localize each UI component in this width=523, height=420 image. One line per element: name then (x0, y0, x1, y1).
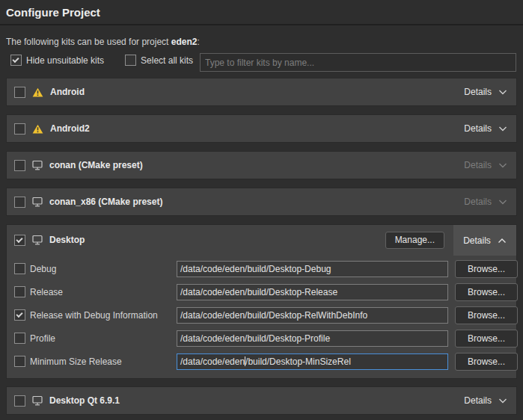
details-button-expanded[interactable]: Details (453, 225, 516, 256)
build-dir-input[interactable]: /data/code/eden/build/Desktop-Release (177, 284, 448, 300)
desktop-icon (32, 160, 43, 170)
chevron-up-icon (498, 237, 507, 244)
build-config-row-minsizerel: Minimum Size Release /data/code/eden/bui… (7, 353, 516, 371)
kit-name: Android2 (50, 123, 90, 134)
hide-unsuitable-checkbox[interactable] (10, 55, 22, 66)
build-config-row-profile: Profile /data/code/eden/build/Desktop-Pr… (7, 330, 516, 348)
desktop-icon (32, 395, 43, 406)
browse-label: Browse... (468, 287, 505, 297)
details-label: Details (463, 235, 491, 246)
browse-label: Browse... (468, 356, 505, 367)
chevron-down-icon (498, 125, 507, 132)
browse-label: Browse... (468, 264, 505, 274)
build-config-checkbox[interactable] (14, 286, 25, 297)
intro-prefix: The following kits can be used for proje… (6, 37, 171, 47)
desktop-icon (32, 197, 43, 207)
build-config-label: Release (30, 287, 63, 297)
build-config-label: Release with Debug Information (30, 310, 158, 321)
chevron-down-icon (498, 397, 507, 404)
details-label: Details (464, 197, 492, 207)
kit-checkbox[interactable] (14, 160, 25, 171)
checkmark-icon (16, 235, 22, 242)
build-dir-path: /data/code/eden/build/Desktop-Release (180, 287, 337, 297)
build-dir-path: /build/Desktop-MinSizeRel (245, 356, 351, 367)
kit-checkbox[interactable] (14, 123, 25, 135)
hide-unsuitable-label: Hide unsuitable kits (26, 55, 104, 66)
build-config-label: Debug (30, 264, 56, 274)
checkmark-icon (16, 311, 22, 318)
warning-icon (32, 124, 43, 134)
kit-checkbox[interactable] (14, 235, 25, 246)
browse-button[interactable]: Browse... (455, 283, 518, 301)
select-all-kits-label: Select all kits (141, 55, 193, 66)
build-config-label: Profile (30, 333, 55, 344)
title-separator (0, 24, 523, 25)
browse-button[interactable]: Browse... (455, 260, 518, 278)
kit-row-android: Android Details (6, 78, 517, 106)
kit-row-android2: Android2 Details (6, 114, 517, 143)
chevron-down-icon (498, 161, 507, 169)
kit-row-desktop: Desktop Manage... (7, 225, 516, 255)
browse-label: Browse... (468, 333, 505, 344)
build-dir-input[interactable]: /data/code/eden/build/Desktop-Debug (177, 261, 448, 277)
details-button-disabled: Details (464, 160, 509, 170)
kit-row-conan: conan (CMake preset) Details (6, 151, 517, 179)
warning-icon (32, 87, 43, 97)
kit-name: conan (CMake preset) (49, 160, 143, 170)
browse-button[interactable]: Browse... (455, 330, 518, 348)
manage-label: Manage... (395, 235, 435, 245)
kit-checkbox[interactable] (14, 395, 25, 407)
browse-label: Browse... (468, 310, 505, 321)
build-config-checkbox[interactable] (14, 263, 25, 274)
intro-text: The following kits can be used for proje… (6, 37, 200, 47)
details-label: Details (464, 395, 492, 406)
kit-row-conan-x86: conan_x86 (CMake preset) Details (6, 188, 517, 216)
build-dir-input[interactable]: /data/code/eden/build/Desktop-Profile (177, 330, 448, 347)
page-title: Configure Project (6, 6, 100, 19)
build-dir-input-focused[interactable]: /data/code/eden/build/Desktop-MinSizeRel (177, 353, 448, 370)
kit-row-desktop-qt: Desktop Qt 6.9.1 Details (6, 386, 517, 415)
select-all-kits-checkbox[interactable] (125, 55, 136, 66)
build-dir-path: /data/code/eden/build/Desktop-Debug (180, 264, 331, 274)
chevron-down-icon (498, 88, 507, 96)
details-button[interactable]: Details (464, 395, 509, 406)
configure-project-page: Configure Project The following kits can… (0, 0, 523, 420)
checkmark-icon (12, 56, 19, 63)
kit-name: Android (50, 87, 85, 97)
kit-checkbox[interactable] (14, 87, 25, 98)
build-config-checkbox[interactable] (14, 356, 25, 367)
intro-suffix: : (197, 37, 199, 47)
browse-button[interactable]: Browse... (455, 306, 518, 324)
details-button[interactable]: Details (464, 87, 509, 97)
chevron-down-icon (498, 198, 507, 206)
browse-button[interactable]: Browse... (455, 353, 518, 371)
build-config-row-release: Release /data/code/eden/build/Desktop-Re… (7, 284, 516, 302)
kit-checkbox[interactable] (14, 197, 25, 208)
kit-name: Desktop (49, 235, 85, 245)
build-dir-path: /data/code/eden (180, 356, 245, 367)
manage-kits-button[interactable]: Manage... (385, 232, 444, 249)
build-dir-path: /data/code/eden/build/Desktop-Profile (180, 333, 330, 344)
details-button[interactable]: Details (464, 123, 509, 134)
kit-section-desktop: Desktop Manage... Details Debug /data/co… (6, 224, 517, 379)
build-dir-path: /data/code/eden/build/Desktop-RelWithDeb… (180, 310, 367, 321)
kit-name: conan_x86 (CMake preset) (49, 197, 162, 207)
project-name: eden2 (171, 37, 198, 47)
details-label: Details (464, 87, 492, 97)
kit-filter-controls: Hide unsuitable kits Select all kits (10, 55, 193, 66)
details-button-disabled: Details (464, 197, 509, 207)
build-config-checkbox[interactable] (14, 333, 25, 344)
build-config-label: Minimum Size Release (30, 356, 122, 367)
desktop-icon (32, 235, 43, 245)
build-config-row-debug: Debug /data/code/eden/build/Desktop-Debu… (7, 261, 516, 279)
kit-name: Desktop Qt 6.9.1 (49, 395, 120, 406)
build-config-checkbox[interactable] (14, 309, 25, 321)
kit-filter-input[interactable] (200, 53, 516, 72)
details-label: Details (464, 160, 492, 170)
build-dir-input[interactable]: /data/code/eden/build/Desktop-RelWithDeb… (177, 307, 448, 324)
build-config-row-relwithdebinfo: Release with Debug Information /data/cod… (7, 307, 516, 325)
details-label: Details (464, 123, 492, 134)
